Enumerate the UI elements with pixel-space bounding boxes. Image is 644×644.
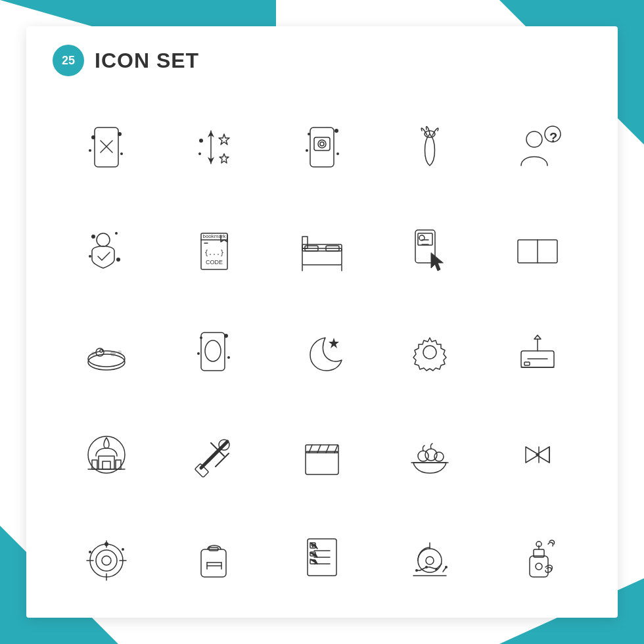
svg-point-5 <box>89 149 91 152</box>
icon-pencil-stars <box>160 96 268 198</box>
svg-point-63 <box>227 356 230 359</box>
svg-marker-11 <box>219 154 229 163</box>
svg-point-4 <box>118 132 122 136</box>
svg-point-57 <box>118 350 122 354</box>
svg-point-6 <box>120 152 123 155</box>
svg-point-144 <box>536 563 542 570</box>
svg-rect-140 <box>530 556 548 577</box>
icon-backpack <box>160 506 268 609</box>
svg-marker-64 <box>329 338 339 348</box>
icon-target <box>53 506 160 609</box>
svg-point-137 <box>425 566 428 568</box>
svg-point-107 <box>122 548 124 551</box>
svg-rect-71 <box>524 362 530 365</box>
svg-point-51 <box>88 354 125 370</box>
icon-mobile-cancel <box>53 96 160 198</box>
svg-line-82 <box>216 453 229 467</box>
icon-fruit-bowl <box>376 403 484 506</box>
svg-point-23 <box>526 131 542 147</box>
icon-soap <box>53 301 160 403</box>
icon-analytics <box>376 506 484 609</box>
icon-clapperboard <box>268 403 376 506</box>
svg-point-62 <box>197 352 200 355</box>
svg-point-29 <box>89 255 91 258</box>
svg-point-54 <box>100 350 103 352</box>
svg-rect-84 <box>306 451 338 474</box>
svg-point-93 <box>434 452 444 461</box>
svg-rect-74 <box>103 461 110 469</box>
icon-checklist <box>268 506 376 609</box>
icon-bed <box>268 198 376 301</box>
svg-rect-108 <box>201 549 226 577</box>
header: 25 ICON SET <box>26 26 618 83</box>
svg-point-61 <box>224 334 228 338</box>
svg-point-20 <box>306 149 308 152</box>
icon-perfume <box>484 506 591 609</box>
svg-marker-69 <box>534 335 541 339</box>
svg-rect-73 <box>99 456 114 469</box>
svg-point-139 <box>445 566 448 568</box>
svg-point-13 <box>198 152 201 155</box>
icon-shield-head <box>53 198 160 301</box>
icon-tools <box>160 403 268 506</box>
svg-point-16 <box>318 140 326 148</box>
svg-point-106 <box>89 551 91 553</box>
svg-point-99 <box>96 550 117 571</box>
svg-point-98 <box>90 544 123 577</box>
main-card: 25 ICON SET <box>26 26 618 618</box>
icon-person-question: ? <box>484 96 591 198</box>
icon-moon-star <box>268 301 376 403</box>
svg-rect-81 <box>195 463 208 477</box>
svg-point-3 <box>91 135 95 139</box>
svg-point-65 <box>423 346 436 359</box>
svg-marker-119 <box>310 553 317 557</box>
svg-point-56 <box>91 352 95 356</box>
svg-rect-76 <box>92 460 97 469</box>
svg-point-91 <box>418 451 428 461</box>
svg-point-19 <box>334 129 338 133</box>
icon-skip <box>484 403 591 506</box>
svg-point-138 <box>435 568 438 570</box>
svg-point-12 <box>199 139 203 143</box>
svg-point-105 <box>104 542 108 546</box>
svg-point-59 <box>205 340 221 361</box>
icon-grid: ? bookmark {...} <box>26 83 618 622</box>
svg-rect-77 <box>116 460 121 469</box>
icon-scanner <box>484 301 591 403</box>
svg-point-100 <box>102 556 111 565</box>
svg-point-60 <box>200 336 202 339</box>
svg-point-27 <box>91 235 95 239</box>
icon-mosque <box>53 403 160 506</box>
svg-text:{...}: {...} <box>204 249 224 256</box>
icon-mobile-cursor <box>376 198 484 301</box>
badge-number: 25 <box>53 45 84 76</box>
svg-point-18 <box>308 133 310 135</box>
svg-point-127 <box>426 557 434 564</box>
svg-point-21 <box>336 152 339 155</box>
svg-marker-10 <box>219 134 229 145</box>
svg-point-55 <box>110 351 116 356</box>
svg-point-30 <box>116 258 120 262</box>
svg-text:bookmark: bookmark <box>202 233 226 239</box>
icon-code-book: bookmark {...} CODE <box>160 198 268 301</box>
icon-mobile-egg <box>160 301 268 403</box>
icon-columns <box>484 198 591 301</box>
svg-point-17 <box>320 142 324 146</box>
svg-point-126 <box>418 549 442 572</box>
svg-point-72 <box>88 436 125 473</box>
page-title: ICON SET <box>95 49 199 73</box>
svg-point-26 <box>97 233 110 246</box>
svg-point-136 <box>415 569 418 572</box>
svg-rect-15 <box>314 137 330 150</box>
icon-camera-phone <box>268 96 376 198</box>
svg-point-28 <box>115 232 118 235</box>
icon-carrot <box>376 96 484 198</box>
svg-text:CODE: CODE <box>206 259 223 265</box>
icon-gear <box>376 301 484 403</box>
